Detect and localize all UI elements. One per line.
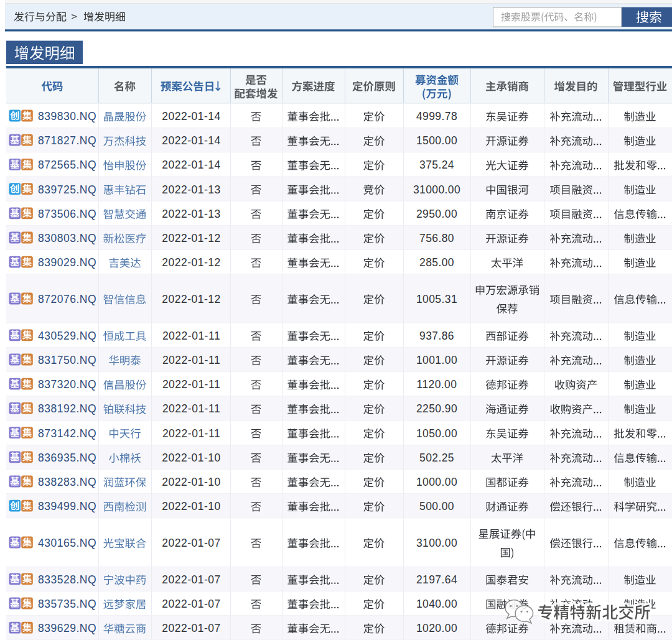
svg-text:2022-01-10: 2022-01-10	[162, 476, 221, 488]
svg-text:2022-01-11: 2022-01-11	[162, 354, 220, 366]
svg-text:872076.NQ: 872076.NQ	[38, 293, 96, 305]
svg-text:2022-01-13: 2022-01-13	[162, 183, 221, 196]
svg-text:835735.NQ: 835735.NQ	[38, 598, 96, 610]
svg-text:2250.90: 2250.90	[416, 402, 457, 415]
svg-text:285.00: 285.00	[419, 256, 454, 269]
svg-text:1005.31: 1005.31	[416, 293, 457, 305]
svg-text:430529.NQ: 430529.NQ	[38, 330, 96, 342]
svg-text:2022-01-12: 2022-01-12	[162, 293, 221, 305]
svg-text:873506.NQ: 873506.NQ	[38, 208, 96, 220]
svg-text:2022-01-12: 2022-01-12	[162, 232, 221, 244]
svg-text:839499.NQ: 839499.NQ	[38, 500, 96, 512]
svg-text:2022-01-14: 2022-01-14	[162, 159, 221, 171]
svg-text:2022-01-07: 2022-01-07	[162, 598, 221, 610]
svg-text:502.25: 502.25	[419, 452, 454, 464]
svg-text:2022-01-14: 2022-01-14	[162, 110, 221, 123]
svg-text:756.80: 756.80	[419, 232, 454, 244]
svg-text:2022-01-07: 2022-01-07	[162, 573, 221, 586]
svg-text:871827.NQ: 871827.NQ	[38, 134, 96, 147]
svg-text:838283.NQ: 838283.NQ	[38, 476, 96, 488]
svg-text:2022-01-11: 2022-01-11	[162, 378, 220, 391]
svg-text:375.24: 375.24	[419, 159, 454, 171]
svg-text:873142.NQ: 873142.NQ	[38, 427, 96, 440]
svg-text:31000.00: 31000.00	[413, 183, 460, 196]
svg-text:1001.00: 1001.00	[416, 354, 457, 366]
svg-text:872565.NQ: 872565.NQ	[38, 159, 96, 171]
svg-text:430165.NQ: 430165.NQ	[38, 537, 96, 549]
svg-text:839830.NQ: 839830.NQ	[38, 110, 96, 123]
svg-text:839725.NQ: 839725.NQ	[38, 183, 96, 196]
svg-text:2022-01-12: 2022-01-12	[162, 256, 221, 269]
svg-text:4999.78: 4999.78	[416, 110, 457, 123]
svg-text:2197.64: 2197.64	[416, 573, 457, 586]
svg-text:1500.00: 1500.00	[416, 134, 457, 147]
svg-text:837320.NQ: 837320.NQ	[38, 378, 96, 391]
svg-text:3100.00: 3100.00	[416, 537, 457, 549]
svg-text:500.00: 500.00	[419, 500, 454, 512]
svg-text:833528.NQ: 833528.NQ	[38, 573, 96, 586]
svg-text:937.86: 937.86	[419, 330, 454, 342]
svg-text:2022-01-13: 2022-01-13	[162, 208, 221, 220]
svg-text:2022-01-07: 2022-01-07	[162, 622, 221, 634]
svg-text:2022-01-11: 2022-01-11	[162, 427, 220, 440]
svg-text:2022-01-14: 2022-01-14	[162, 134, 221, 147]
svg-text:1040.00: 1040.00	[416, 598, 457, 610]
svg-text:1120.00: 1120.00	[417, 378, 457, 391]
svg-text:831750.NQ: 831750.NQ	[38, 354, 96, 366]
svg-text:830803.NQ: 830803.NQ	[38, 232, 96, 244]
svg-text:1020.00: 1020.00	[416, 622, 457, 634]
svg-text:2022-01-11: 2022-01-11	[162, 402, 220, 415]
svg-text:1050.00: 1050.00	[416, 427, 457, 440]
svg-text:2022-01-10: 2022-01-10	[162, 500, 221, 512]
svg-text:839629.NQ: 839629.NQ	[38, 622, 96, 634]
svg-text:1000.00: 1000.00	[416, 476, 457, 488]
svg-text:839029.NQ: 839029.NQ	[38, 256, 96, 269]
svg-text:2022-01-11: 2022-01-11	[162, 330, 220, 342]
svg-text:2022-01-10: 2022-01-10	[162, 452, 221, 464]
svg-text:2950.00: 2950.00	[416, 208, 457, 220]
svg-text:2022-01-07: 2022-01-07	[162, 537, 221, 549]
svg-text:836935.NQ: 836935.NQ	[38, 452, 96, 464]
svg-text:838192.NQ: 838192.NQ	[38, 402, 96, 415]
